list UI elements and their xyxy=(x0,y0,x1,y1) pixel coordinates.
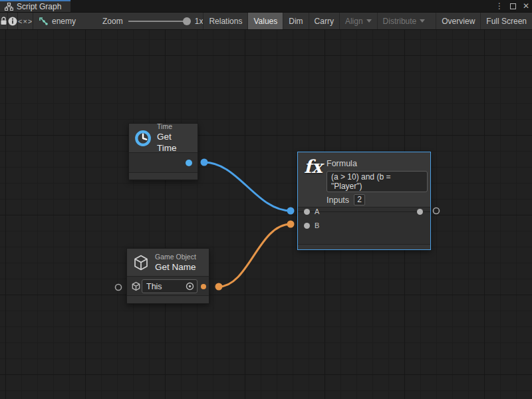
graph-hierarchy-icon xyxy=(5,3,13,11)
maximize-icon[interactable] xyxy=(510,3,516,9)
port-label-a: A xyxy=(315,207,319,215)
chevron-down-icon xyxy=(420,19,425,23)
lock-button[interactable] xyxy=(0,13,8,29)
graph-toolbar: <×> enemy Zoom 1x Relations Values Dim C… xyxy=(0,13,532,30)
code-preview-button[interactable]: <×> xyxy=(18,13,33,29)
code-icon: <×> xyxy=(18,17,33,25)
graph-canvas[interactable] xyxy=(0,30,532,399)
get-time-titles: Time Get Time xyxy=(157,122,191,154)
overview-button[interactable]: Overview xyxy=(436,13,480,29)
tab-bar: Script Graph ⋮ ✕ xyxy=(0,0,532,13)
get-time-output-port[interactable] xyxy=(186,160,192,166)
tab-script-graph[interactable]: Script Graph xyxy=(0,0,70,12)
formula-input-port-b[interactable] xyxy=(304,223,310,229)
align-label: Align xyxy=(345,17,363,26)
fullscreen-button[interactable]: Full Screen xyxy=(480,13,532,29)
formula-expression-input[interactable]: (a > 10) and (b = "Player") xyxy=(327,171,428,192)
node-title: Get Time xyxy=(157,131,191,154)
get-time-body xyxy=(129,152,198,172)
zoom-slider-handle[interactable] xyxy=(183,17,191,25)
distribute-label: Distribute xyxy=(383,17,417,26)
lock-icon xyxy=(0,17,7,25)
align-dropdown[interactable]: Align xyxy=(339,13,377,29)
info-icon xyxy=(8,17,17,26)
distribute-dropdown[interactable]: Distribute xyxy=(377,13,431,29)
get-name-body: This xyxy=(127,276,209,295)
get-time-footer xyxy=(129,172,198,180)
close-icon[interactable]: ✕ xyxy=(523,0,529,13)
toolbar-buttons: Relations Values Dim Carry Align Distrib… xyxy=(203,13,532,29)
node-formula[interactable]: fx Formula (a > 10) and (b = "Player") I… xyxy=(297,152,431,250)
get-time-header: Time Get Time xyxy=(129,124,198,152)
node-title: Get Name xyxy=(155,261,196,273)
node-category: Game Object xyxy=(155,253,196,261)
zoom-level: 1x xyxy=(195,17,203,26)
tab-title: Script Graph xyxy=(17,2,61,11)
values-button[interactable]: Values xyxy=(247,13,283,29)
graph-name-label: enemy xyxy=(52,17,76,26)
carry-button[interactable]: Carry xyxy=(309,13,339,29)
formula-header: fx Formula (a > 10) and (b = "Player") I… xyxy=(298,152,430,207)
formula-body: A B xyxy=(298,207,430,244)
relations-button[interactable]: Relations xyxy=(203,13,247,29)
target-value: This xyxy=(146,282,186,291)
zoom-slider[interactable] xyxy=(128,21,190,22)
cube-port-icon xyxy=(131,281,141,291)
zoom-label: Zoom xyxy=(102,17,123,26)
formula-footer xyxy=(298,244,430,249)
script-graph-window: Script Graph ⋮ ✕ <×> xyxy=(0,0,532,399)
get-name-header: Game Object Get Name xyxy=(127,249,209,276)
get-name-titles: Game Object Get Name xyxy=(155,253,196,273)
window-controls: ⋮ ✕ xyxy=(495,0,529,13)
object-picker-icon[interactable] xyxy=(186,282,194,291)
clock-icon xyxy=(134,129,152,148)
get-name-footer xyxy=(127,295,209,303)
formula-output-port[interactable] xyxy=(417,209,423,215)
formula-inputs-row: Inputs 2 xyxy=(327,194,365,205)
inputs-label: Inputs xyxy=(327,196,349,205)
node-title: Formula xyxy=(327,159,357,168)
node-get-time[interactable]: Time Get Time xyxy=(128,123,198,180)
port-label-b: B xyxy=(315,221,319,229)
info-button[interactable] xyxy=(8,13,18,29)
chevron-down-icon xyxy=(366,19,372,23)
formula-input-port-a[interactable] xyxy=(304,209,310,215)
cube-icon xyxy=(132,254,150,271)
dim-button[interactable]: Dim xyxy=(283,13,308,29)
get-name-output-port[interactable] xyxy=(201,284,206,289)
target-object-field[interactable]: This xyxy=(142,279,198,293)
node-category: Time xyxy=(157,122,191,131)
graph-asset-icon xyxy=(39,17,49,26)
formula-fx-icon: fx xyxy=(304,156,323,177)
zoom-control: Zoom 1x xyxy=(82,13,203,29)
window-menu-icon[interactable]: ⋮ xyxy=(495,0,503,13)
inputs-count-field[interactable]: 2 xyxy=(354,194,365,205)
node-get-name[interactable]: Game Object Get Name This xyxy=(126,248,209,304)
graph-asset-selector[interactable]: enemy xyxy=(35,13,82,29)
